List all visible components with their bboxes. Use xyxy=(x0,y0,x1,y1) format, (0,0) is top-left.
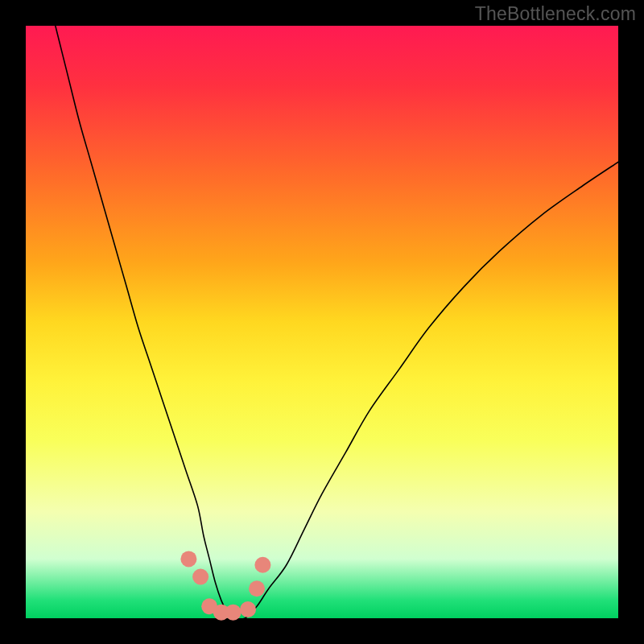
curve-svg xyxy=(26,26,618,618)
attribution-text: TheBottleneck.com xyxy=(475,3,636,25)
marker-group xyxy=(180,551,270,620)
data-marker xyxy=(249,580,265,597)
data-marker xyxy=(240,601,256,617)
bottleneck-curve xyxy=(56,26,618,619)
data-marker xyxy=(192,568,208,584)
data-marker xyxy=(180,551,196,567)
chart-container: TheBottleneck.com xyxy=(0,0,644,644)
data-marker xyxy=(254,557,270,573)
data-marker xyxy=(225,605,242,621)
plot-area xyxy=(26,26,618,618)
